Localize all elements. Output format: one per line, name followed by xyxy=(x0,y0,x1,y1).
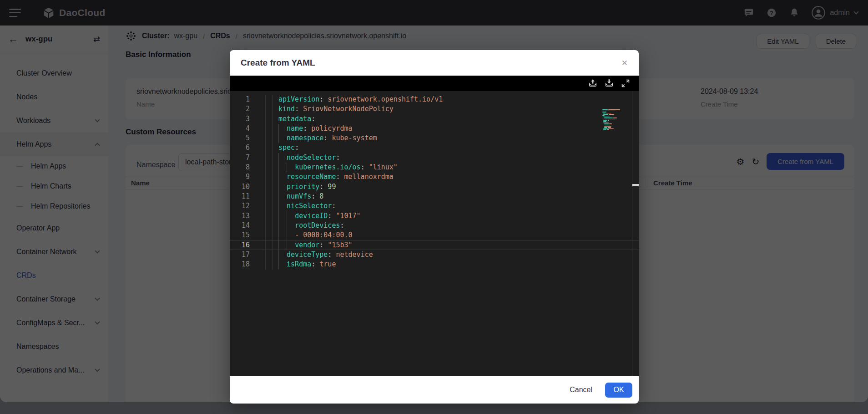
minimap-bar xyxy=(604,118,612,118)
ok-button[interactable]: OK xyxy=(605,383,632,398)
line-content: isRdma: true xyxy=(278,260,336,269)
minimap-bar xyxy=(603,121,606,122)
yaml-editor[interactable]: 1apiVersion: sriovnetwork.openshift.io/v… xyxy=(230,76,639,376)
yaml-line-13[interactable]: 13 deviceID: "1017" xyxy=(230,211,639,221)
minimap-row xyxy=(603,114,628,115)
yaml-line-9[interactable]: 9 resourceName: mellanoxrdma xyxy=(230,172,639,182)
line-content: kind: SriovNetworkNodePolicy xyxy=(278,104,394,114)
minimap-bar xyxy=(604,126,611,127)
minimap-bar xyxy=(605,111,616,112)
minimap-bar xyxy=(606,113,611,114)
line-content: deviceType: netdevice xyxy=(278,250,373,260)
minimap-row xyxy=(604,127,628,128)
minimap-bar xyxy=(603,113,606,114)
download-icon[interactable] xyxy=(604,78,614,88)
minimap-bar xyxy=(608,109,620,110)
line-number: 6 xyxy=(230,143,250,153)
minimap-bar xyxy=(613,118,617,118)
editor-toolbar xyxy=(230,76,639,91)
minimap-row xyxy=(604,126,628,127)
minimap-row xyxy=(603,119,628,120)
minimap-row xyxy=(602,109,628,110)
minimap-bar xyxy=(603,123,609,123)
line-number: 7 xyxy=(230,153,250,163)
yaml-line-11[interactable]: 11 numVfs: 8 xyxy=(230,192,639,201)
yaml-line-6[interactable]: 6spec: xyxy=(230,143,639,153)
line-content: resourceName: mellanoxrdma xyxy=(278,172,394,182)
overview-ruler xyxy=(632,91,632,376)
minimap-row xyxy=(602,112,628,112)
yaml-line-10[interactable]: 10 priority: 99 xyxy=(230,182,639,192)
minimap-bar xyxy=(608,127,611,128)
yaml-line-17[interactable]: 17 deviceType: netdevice xyxy=(230,250,639,260)
yaml-line-5[interactable]: 5 namespace: kube-system xyxy=(230,133,639,143)
minimap-row xyxy=(604,123,628,124)
minimap-row xyxy=(604,118,628,118)
yaml-line-16[interactable]: 16 vendor: "15b3" xyxy=(230,240,639,250)
minimap-row xyxy=(603,123,628,123)
minimap-row xyxy=(603,120,628,121)
upload-icon[interactable] xyxy=(588,78,598,88)
close-icon[interactable]: ✕ xyxy=(621,58,628,68)
yaml-line-2[interactable]: 2kind: SriovNetworkNodePolicy xyxy=(230,104,639,114)
minimap-bar xyxy=(602,115,605,116)
yaml-line-15[interactable]: 15 - 0000:04:00.0 xyxy=(230,230,639,240)
line-number: 13 xyxy=(230,211,250,221)
line-content: nodeSelector: xyxy=(278,153,340,163)
line-number: 14 xyxy=(230,221,250,230)
line-content: kubernetes.io/os: "linux" xyxy=(278,163,398,172)
create-from-yaml-modal: Create from YAML ✕ xyxy=(230,50,639,404)
line-number: 8 xyxy=(230,163,250,172)
modal-header: Create from YAML ✕ xyxy=(230,50,639,76)
line-number: 15 xyxy=(230,230,250,240)
minimap-bar xyxy=(602,111,605,112)
yaml-line-7[interactable]: 7 nodeSelector: xyxy=(230,153,639,163)
minimap-row xyxy=(603,128,628,129)
minimap-row xyxy=(603,121,628,122)
line-content: spec: xyxy=(278,143,299,153)
minimap-bar xyxy=(603,114,608,115)
minimap-row xyxy=(602,115,628,116)
screen: DaoCloud ? xyxy=(0,0,868,414)
yaml-line-14[interactable]: 14 rootDevices: xyxy=(230,221,639,230)
editor-content[interactable]: 1apiVersion: sriovnetwork.openshift.io/v… xyxy=(230,91,639,269)
cursor-position-marker xyxy=(632,184,639,186)
yaml-line-12[interactable]: 12 nicSelector: xyxy=(230,201,639,211)
minimap-row xyxy=(603,129,628,130)
minimap-bar xyxy=(609,123,612,124)
minimap-row xyxy=(602,111,628,112)
line-number: 16 xyxy=(230,240,250,250)
line-number: 12 xyxy=(230,201,250,211)
line-content: deviceID: "1017" xyxy=(278,211,361,221)
minimap-bar xyxy=(607,121,607,122)
line-content: - 0000:04:00.0 xyxy=(278,230,353,240)
cancel-button[interactable]: Cancel xyxy=(570,386,592,394)
minimap-bar xyxy=(604,127,607,128)
code-lines: 1apiVersion: sriovnetwork.openshift.io/v… xyxy=(230,95,639,269)
minimap-row xyxy=(604,125,628,126)
minimap-bar xyxy=(602,109,608,110)
yaml-line-18[interactable]: 18 isRdma: true xyxy=(230,260,639,269)
line-number: 4 xyxy=(230,124,250,133)
line-number: 10 xyxy=(230,182,250,192)
minimap-bar xyxy=(603,119,610,120)
minimap-bar xyxy=(609,114,615,115)
yaml-line-3[interactable]: 3metadata: xyxy=(230,114,639,124)
minimap-bar xyxy=(603,128,609,129)
line-number: 11 xyxy=(230,192,250,201)
minimap-bar xyxy=(604,123,608,124)
line-content: vendor: "15b3" xyxy=(278,240,353,250)
modal-title: Create from YAML xyxy=(241,58,621,68)
line-number: 3 xyxy=(230,114,250,124)
yaml-line-1[interactable]: 1apiVersion: sriovnetwork.openshift.io/v… xyxy=(230,95,639,104)
line-content: priority: 99 xyxy=(278,182,336,192)
line-content: metadata: xyxy=(278,114,315,124)
line-number: 17 xyxy=(230,250,250,260)
fullscreen-icon[interactable] xyxy=(621,78,631,88)
yaml-line-8[interactable]: 8 kubernetes.io/os: "linux" xyxy=(230,163,639,172)
yaml-line-4[interactable]: 4 name: policyrdma xyxy=(230,124,639,133)
line-content: nicSelector: xyxy=(278,201,336,211)
line-content: namespace: kube-system xyxy=(278,133,377,143)
line-content: name: policyrdma xyxy=(278,124,353,133)
minimap[interactable] xyxy=(602,109,628,131)
